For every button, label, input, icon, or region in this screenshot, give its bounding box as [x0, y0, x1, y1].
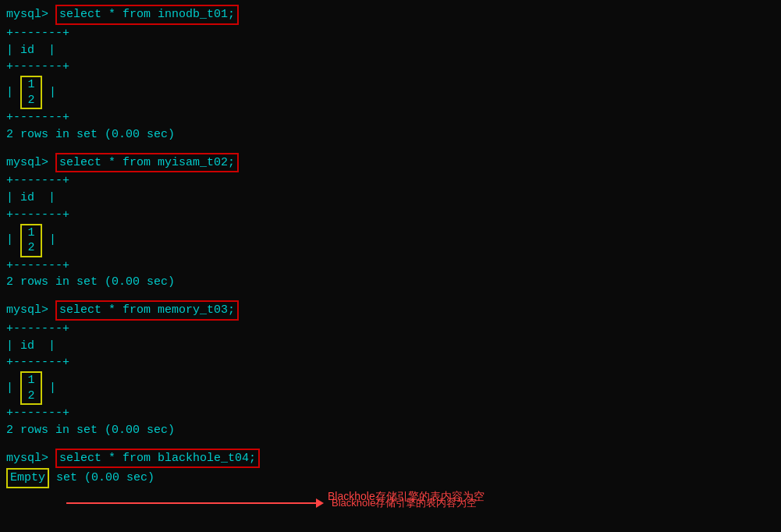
table-border-bot-2: +-------+: [6, 257, 775, 275]
result-blackhole-text: set (0.00 sec): [49, 470, 154, 487]
result-blackhole: Empty set (0.00 sec): [6, 468, 775, 488]
col-header-1: | id |: [6, 42, 775, 59]
arrow-line: [66, 502, 316, 504]
cell-myisam-1: 12: [20, 224, 42, 257]
command-blackhole: select * from blackhole_t04;: [55, 449, 260, 469]
annotation-label: Blackhole存储引擎的表内容为空: [332, 496, 477, 510]
table-border-top-1: +-------+: [6, 25, 775, 42]
data-row-innodb-1: | 12 |: [6, 76, 775, 109]
prompt-1: mysql>: [6, 6, 55, 23]
table-border-mid-1: +-------+: [6, 59, 775, 76]
prompt-3: mysql>: [6, 302, 55, 319]
empty-set-box: Empty: [6, 468, 49, 488]
section-myisam: mysql> select * from myisam_t02; +------…: [6, 153, 775, 292]
col-header-2: | id |: [6, 190, 775, 207]
prompt-2: mysql>: [6, 154, 55, 172]
section-memory: mysql> select * from memory_t03; +------…: [6, 300, 775, 439]
section-blackhole: mysql> select * from blackhole_t04; Empt…: [6, 449, 775, 489]
command-line-myisam: mysql> select * from myisam_t02;: [6, 153, 775, 173]
prompt-4: mysql>: [6, 450, 55, 467]
cell-innodb-1: 12: [20, 76, 42, 109]
data-row-memory-1: | 12 |: [6, 371, 775, 405]
data-row-myisam-1: | 12 |: [6, 224, 775, 257]
result-innodb: 2 rows in set (0.00 sec): [6, 126, 775, 144]
table-border-mid-2: +-------+: [6, 207, 775, 224]
command-line-blackhole: mysql> select * from blackhole_t04;: [6, 449, 775, 469]
table-border-mid-3: +-------+: [6, 354, 775, 371]
command-line-innodb: mysql> select * from innodb_t01;: [6, 5, 775, 25]
cell-memory-1: 12: [20, 371, 42, 405]
command-memory: select * from memory_t03;: [55, 300, 239, 321]
table-border-top-3: +-------+: [6, 321, 775, 338]
terminal-window: mysql> select * from innodb_t01; +------…: [0, 0, 781, 532]
result-memory: 2 rows in set (0.00 sec): [6, 422, 775, 439]
command-innodb: select * from innodb_t01;: [55, 5, 239, 25]
arrow-head: [316, 498, 324, 508]
table-border-bot-3: +-------+: [6, 405, 775, 422]
command-myisam: select * from myisam_t02;: [55, 153, 239, 173]
result-myisam: 2 rows in set (0.00 sec): [6, 274, 775, 291]
command-line-memory: mysql> select * from memory_t03;: [6, 300, 775, 321]
arrow-container: Blackhole存储引擎的表内容为空: [66, 496, 477, 510]
table-border-top-2: +-------+: [6, 172, 775, 190]
section-innodb: mysql> select * from innodb_t01; +------…: [6, 5, 775, 144]
col-header-3: | id |: [6, 338, 775, 355]
table-border-bot-1: +-------+: [6, 109, 775, 126]
